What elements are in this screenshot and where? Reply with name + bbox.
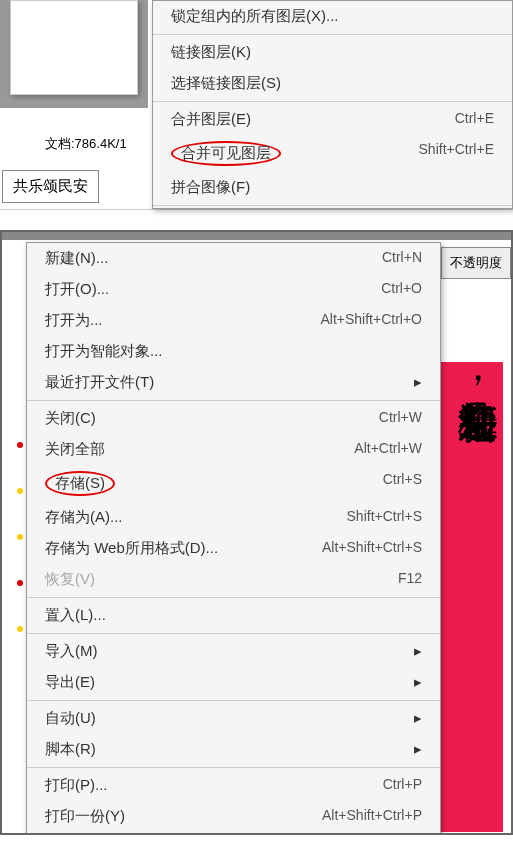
menu-open-as[interactable]: 打开为... Alt+Shift+Ctrl+O: [27, 305, 440, 336]
menu-label: 链接图层(K): [171, 43, 251, 62]
menu-separator: [27, 700, 440, 701]
menu-label: 拼合图像(F): [171, 178, 250, 197]
menu-flatten-image[interactable]: 拼合图像(F): [153, 172, 512, 203]
red-vertical-banner: 红梅朵朵迎新春，: [438, 362, 503, 832]
menu-label: 新建(N)...: [45, 249, 108, 268]
highlight-oval: 存储(S): [45, 471, 115, 496]
menu-open[interactable]: 打开(O)... Ctrl+O: [27, 274, 440, 305]
menu-separator: [27, 597, 440, 598]
bottom-section: GXT网 system.com 新建(N)... Ctrl+N 打开(O)...…: [0, 230, 513, 835]
menu-label: 存储为(A)...: [45, 508, 123, 527]
menu-separator: [153, 101, 512, 102]
chevron-right-icon: ▸: [414, 373, 422, 392]
menu-label: 关闭(C): [45, 409, 96, 428]
color-swatches: [17, 402, 23, 802]
chevron-right-icon: ▸: [414, 709, 422, 728]
menu-lock-all-layers[interactable]: 锁定组内的所有图层(X)...: [153, 1, 512, 32]
menu-label: 打印(P)...: [45, 776, 108, 795]
shortcut: Shift+Ctrl+S: [347, 508, 422, 527]
menu-export[interactable]: 导出(E) ▸: [27, 667, 440, 698]
menu-label: 打开(O)...: [45, 280, 109, 299]
menu-separator: [27, 767, 440, 768]
menu-label: 打印一份(Y): [45, 807, 125, 826]
menu-separator: [27, 400, 440, 401]
menu-save-for-web[interactable]: 存储为 Web所用格式(D)... Alt+Shift+Ctrl+S: [27, 533, 440, 564]
menu-automate[interactable]: 自动(U) ▸: [27, 703, 440, 734]
menu-merge-visible[interactable]: 合并可见图层 Shift+Ctrl+E: [153, 135, 512, 172]
menu-label: 导入(M): [45, 642, 98, 661]
menu-save-as[interactable]: 存储为(A)... Shift+Ctrl+S: [27, 502, 440, 533]
right-panel: 不透明度: [441, 247, 511, 279]
menu-save[interactable]: 存储(S) Ctrl+S: [27, 465, 440, 502]
menu-label: 打开为...: [45, 311, 103, 330]
menu-recent-files[interactable]: 最近打开文件(T) ▸: [27, 367, 440, 398]
shortcut: Ctrl+N: [382, 249, 422, 268]
menu-separator: [153, 205, 512, 206]
menu-label: 合并可见图层: [171, 141, 281, 166]
layer-context-menu: 锁定组内的所有图层(X)... 链接图层(K) 选择链接图层(S) 合并图层(E…: [152, 0, 513, 209]
menu-label: 锁定组内的所有图层(X)...: [171, 7, 339, 26]
swatch-red: [17, 580, 23, 586]
menu-label: 导出(E): [45, 673, 95, 692]
shortcut: Ctrl+S: [383, 471, 422, 496]
menu-scripts[interactable]: 脚本(R) ▸: [27, 734, 440, 765]
shortcut: Ctrl+P: [383, 776, 422, 795]
menu-link-layers[interactable]: 链接图层(K): [153, 37, 512, 68]
menu-label: 关闭全部: [45, 440, 105, 459]
swatch-yellow: [17, 534, 23, 540]
menu-label: 存储(S): [45, 471, 115, 496]
shortcut: Alt+Shift+Ctrl+P: [322, 807, 422, 826]
swatch-red: [17, 442, 23, 448]
menu-separator: [27, 633, 440, 634]
menu-label: 合并图层(E): [171, 110, 251, 129]
swatch-yellow: [17, 626, 23, 632]
menu-place[interactable]: 置入(L)...: [27, 600, 440, 631]
file-menu: 新建(N)... Ctrl+N 打开(O)... Ctrl+O 打开为... A…: [26, 242, 441, 835]
shortcut: Alt+Shift+Ctrl+O: [320, 311, 422, 330]
chevron-right-icon: ▸: [414, 673, 422, 692]
menu-revert: 恢复(V) F12: [27, 564, 440, 595]
menu-import[interactable]: 导入(M) ▸: [27, 636, 440, 667]
menu-open-smart-object[interactable]: 打开为智能对象...: [27, 336, 440, 367]
shortcut: Ctrl+O: [381, 280, 422, 299]
menu-label: 脚本(R): [45, 740, 96, 759]
menu-separator: [153, 34, 512, 35]
menu-close-all[interactable]: 关闭全部 Alt+Ctrl+W: [27, 434, 440, 465]
opacity-label[interactable]: 不透明度: [441, 247, 511, 279]
shortcut: Alt+Ctrl+W: [354, 440, 422, 459]
menu-close[interactable]: 关闭(C) Ctrl+W: [27, 403, 440, 434]
menu-separator: [27, 834, 440, 835]
menu-label: 存储为 Web所用格式(D)...: [45, 539, 218, 558]
canvas-document[interactable]: [10, 0, 138, 95]
text-layer-preview: 共乐颂民安: [2, 170, 99, 203]
document-info: 文档:786.4K/1: [45, 135, 127, 153]
menu-new[interactable]: 新建(N)... Ctrl+N: [27, 243, 440, 274]
menubar-strip: [2, 232, 511, 240]
shortcut: Ctrl+E: [455, 110, 494, 129]
menu-merge-layers[interactable]: 合并图层(E) Ctrl+E: [153, 104, 512, 135]
menu-label: 最近打开文件(T): [45, 373, 154, 392]
menu-select-linked[interactable]: 选择链接图层(S): [153, 68, 512, 99]
menu-label: 置入(L)...: [45, 606, 106, 625]
menu-label: 恢复(V): [45, 570, 95, 589]
chevron-right-icon: ▸: [414, 642, 422, 661]
chevron-right-icon: ▸: [414, 740, 422, 759]
menu-print[interactable]: 打印(P)... Ctrl+P: [27, 770, 440, 801]
shortcut: Ctrl+W: [379, 409, 422, 428]
swatch-yellow: [17, 488, 23, 494]
highlight-oval: 合并可见图层: [171, 141, 281, 166]
canvas-area: [0, 0, 148, 108]
top-section: 文档:786.4K/1 共乐颂民安 锁定组内的所有图层(X)... 链接图层(K…: [0, 0, 513, 210]
shortcut: Shift+Ctrl+E: [419, 141, 494, 166]
shortcut: Alt+Shift+Ctrl+S: [322, 539, 422, 558]
menu-label: 自动(U): [45, 709, 96, 728]
menu-label: 打开为智能对象...: [45, 342, 163, 361]
shortcut: F12: [398, 570, 422, 589]
menu-label: 选择链接图层(S): [171, 74, 281, 93]
menu-print-one-copy[interactable]: 打印一份(Y) Alt+Shift+Ctrl+P: [27, 801, 440, 832]
